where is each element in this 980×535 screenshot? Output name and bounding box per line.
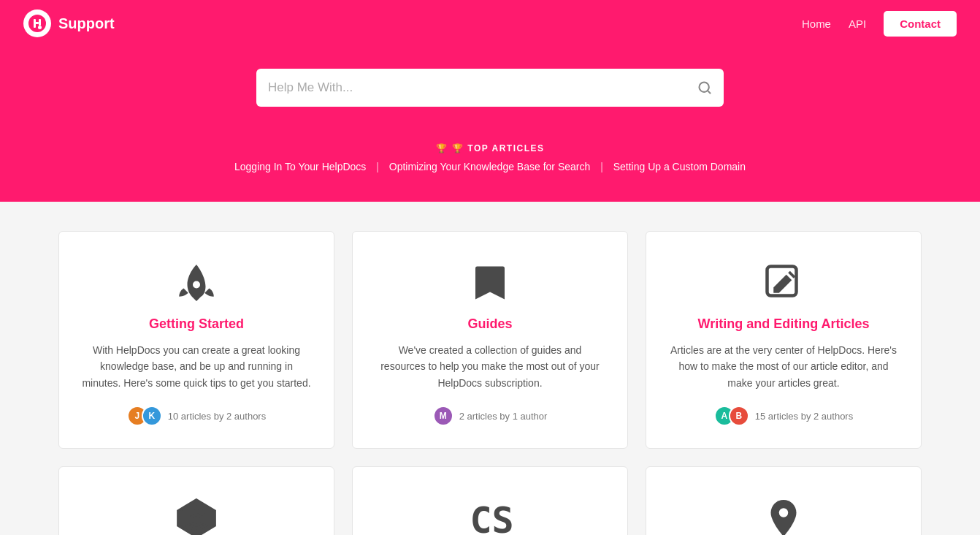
- card-meta-writing: A B 15 articles by 2 authors: [714, 406, 853, 426]
- nav-links: Home API Contact: [802, 11, 957, 37]
- separator-2: |: [600, 161, 603, 172]
- svg-point-4: [38, 26, 42, 29]
- avatar-5: B: [729, 406, 749, 426]
- top-articles-section: 🏆 🏆 TOP ARTICLES Logging In To Your Help…: [0, 143, 980, 202]
- search-input[interactable]: [268, 80, 697, 95]
- svg-rect-2: [34, 22, 39, 24]
- card-title-guides[interactable]: Guides: [467, 316, 512, 332]
- card-desc-getting-started: With HelpDocs you can create a great loo…: [81, 342, 312, 391]
- card-desc-guides: We've created a collection of guides and…: [375, 342, 605, 391]
- top-article-link-2[interactable]: Optimizing Your Knowledge Base for Searc…: [389, 161, 591, 172]
- svg-point-13: [779, 508, 789, 517]
- contact-button[interactable]: Contact: [884, 11, 957, 37]
- top-article-link-1[interactable]: Logging In To Your HelpDocs: [234, 161, 366, 172]
- category-grid: Getting Started With HelpDocs you can cr…: [58, 231, 922, 535]
- category-card-translation: Multilingual Translation: [646, 466, 922, 535]
- card-meta-getting-started: J K 10 articles by 2 authors: [127, 406, 266, 426]
- avatar-3: M: [433, 406, 453, 426]
- avatars-writing: A B: [714, 406, 749, 426]
- avatar-2: K: [142, 406, 162, 426]
- trophy-icon: 🏆: [436, 143, 448, 153]
- rocket-icon: [175, 261, 218, 305]
- articles-count-writing: 15 articles by 2 authors: [755, 411, 853, 422]
- card-title-getting-started[interactable]: Getting Started: [149, 316, 244, 332]
- nav-home[interactable]: Home: [802, 18, 831, 30]
- top-article-link-3[interactable]: Setting Up a Custom Domain: [613, 161, 746, 172]
- nav-api[interactable]: API: [849, 18, 866, 30]
- separator-1: |: [376, 161, 379, 172]
- card-desc-writing: Articles are at the very center of HelpD…: [668, 342, 899, 391]
- svg-text:CSS: CSS: [470, 499, 513, 535]
- svg-marker-11: [191, 515, 202, 525]
- brand-link[interactable]: Support: [23, 10, 115, 37]
- category-card-customizing: CSS Customizing your HelpDocs: [352, 466, 628, 535]
- brand-logo: [23, 10, 51, 37]
- top-articles-links: Logging In To Your HelpDocs | Optimizing…: [23, 161, 957, 172]
- category-card-integrations: Setting Up Integrations: [58, 466, 334, 535]
- main-content: Getting Started With HelpDocs you can cr…: [0, 202, 980, 535]
- search-box: [256, 69, 724, 107]
- bookmark-icon: [468, 261, 512, 305]
- integration-icon: [175, 496, 218, 535]
- category-card-writing: Writing and Editing Articles Articles ar…: [646, 231, 922, 449]
- svg-rect-3: [39, 19, 41, 26]
- search-button[interactable]: [697, 80, 712, 95]
- top-articles-label: 🏆 🏆 TOP ARTICLES: [23, 143, 957, 153]
- css-icon: CSS: [468, 496, 512, 535]
- navbar: Support Home API Contact: [0, 0, 980, 47]
- hero-section: [0, 47, 980, 143]
- card-title-writing[interactable]: Writing and Editing Articles: [697, 316, 869, 332]
- category-card-getting-started: Getting Started With HelpDocs you can cr…: [58, 231, 334, 449]
- brand-name: Support: [58, 15, 115, 32]
- edit-icon: [762, 261, 805, 305]
- category-card-guides: Guides We've created a collection of gui…: [352, 231, 628, 449]
- card-meta-guides: M 2 articles by 1 author: [433, 406, 548, 426]
- articles-count-getting-started: 10 articles by 2 authors: [168, 411, 266, 422]
- svg-point-7: [193, 281, 200, 289]
- svg-line-6: [708, 91, 711, 94]
- location-icon: [762, 496, 805, 535]
- search-icon: [697, 80, 712, 95]
- avatars-guides: M: [433, 406, 453, 426]
- articles-count-guides: 2 articles by 1 author: [459, 411, 548, 422]
- avatars-getting-started: J K: [127, 406, 162, 426]
